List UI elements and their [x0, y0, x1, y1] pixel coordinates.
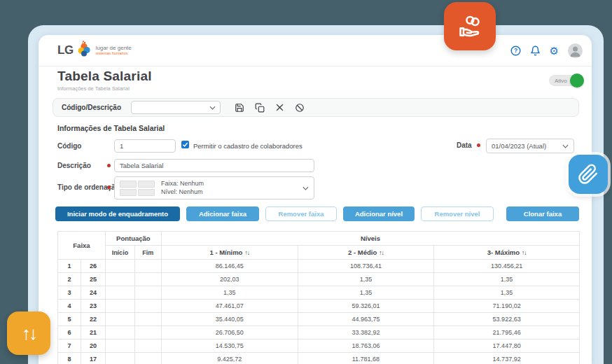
- grid-icon: [120, 181, 155, 196]
- data-select[interactable]: 01/04/2023 (Atual): [486, 139, 574, 153]
- gear-icon[interactable]: ⚙: [550, 46, 559, 56]
- faixa-value: 24: [81, 286, 105, 300]
- descricao-input[interactable]: Tabela Salarial: [114, 159, 314, 172]
- table-row[interactable]: 52235.440,0544.963,7553.922,63: [58, 313, 580, 326]
- record-toolbar: Código/Descrição: [53, 98, 579, 117]
- permitir-checkbox[interactable]: [181, 141, 189, 148]
- iniciar-enquadramento-button[interactable]: Iniciar modo de enquadramento: [55, 206, 180, 221]
- bell-icon[interactable]: [530, 46, 541, 56]
- fim-value: [134, 260, 161, 273]
- maximo-value: 14.737,92: [434, 353, 580, 364]
- app-header: LG lugar de gente sistemas humanos: [39, 35, 592, 66]
- minimo-value: 9.425,72: [161, 353, 298, 364]
- maximo-value: 1,35: [434, 286, 580, 300]
- minimo-value: 14.530,75: [161, 340, 298, 353]
- data-value: 01/04/2023 (Atual): [492, 142, 546, 150]
- col-header-nivel-minimo[interactable]: 1 - Mínimo↑↓: [161, 246, 298, 260]
- hand-coins-icon[interactable]: [444, 2, 496, 50]
- active-toggle-label: Ativo: [555, 78, 567, 84]
- salary-table: Faixa Pontuação Níveis Início Fim 1 - Mí…: [57, 231, 580, 364]
- inicio-value: [105, 260, 134, 273]
- fim-value: [134, 286, 161, 300]
- faixa-value: 22: [81, 313, 105, 326]
- logo-lg-text: LG: [57, 43, 74, 57]
- fim-value: [134, 326, 161, 340]
- col-header-nivel-maximo[interactable]: 3- Máximo↑↓: [434, 246, 580, 260]
- table-row[interactable]: 225202,031,351,35: [58, 273, 580, 286]
- close-icon[interactable]: [275, 103, 284, 112]
- fim-value: [134, 300, 161, 313]
- table-row[interactable]: 12686.146,45108.736,41130.456,21: [58, 260, 580, 273]
- minimo-value: 86.146,45: [161, 260, 298, 273]
- ordenacao-select[interactable]: Faixa: Nenhum Nível: Nenhum: [114, 176, 314, 200]
- maximo-value: 1,35: [434, 273, 580, 286]
- medio-value: 44.963,75: [298, 313, 434, 326]
- row-number: 5: [58, 313, 81, 326]
- faixa-value: 25: [81, 273, 105, 286]
- table-row[interactable]: 3241,351,351,35: [58, 286, 580, 300]
- nivel2-label: 2 - Médio: [348, 248, 377, 256]
- minimo-value: 35.440,05: [161, 313, 298, 326]
- data-required-dot: [477, 144, 480, 147]
- maximo-value: 17.447,80: [434, 340, 580, 353]
- help-icon[interactable]: ?: [510, 46, 521, 56]
- updown-glyph: ↑↓: [22, 323, 36, 344]
- logo-tagline-text: lugar de gente: [96, 46, 132, 52]
- faixa-value: 20: [81, 340, 105, 353]
- row-number: 4: [58, 300, 81, 313]
- inicio-value: [105, 353, 134, 364]
- sort-icon[interactable]: ↑↓: [244, 249, 249, 256]
- save-icon[interactable]: [235, 103, 244, 113]
- ordenacao-nivel: Nível: Nenhum: [161, 188, 302, 197]
- record-search-select[interactable]: [131, 101, 221, 114]
- lg-logo: LG lugar de gente sistemas humanos: [57, 40, 132, 61]
- maximo-value: 21.795,46: [434, 326, 580, 340]
- active-toggle-knob[interactable]: [570, 74, 584, 88]
- table-row[interactable]: 62126.706,5033.382,9221.795,46: [58, 326, 580, 340]
- paperclip-icon[interactable]: [569, 155, 608, 194]
- col-header-fim: Fim: [134, 246, 161, 260]
- col-header-nivel-medio[interactable]: 2 - Médio↑↓: [298, 246, 434, 260]
- permitir-label: Permitir o cadastro de colaboradores: [193, 142, 302, 150]
- sort-icon[interactable]: ↑↓: [379, 249, 384, 256]
- svg-text:?: ?: [513, 47, 517, 54]
- chevron-down-icon: [209, 106, 216, 110]
- medio-value: 33.382,92: [298, 326, 434, 340]
- col-header-inicio: Início: [105, 246, 134, 260]
- fim-value: [134, 313, 161, 326]
- inicio-value: [105, 340, 134, 353]
- adicionar-nivel-button[interactable]: Adicionar nível: [343, 206, 415, 221]
- avatar[interactable]: [568, 43, 583, 58]
- descricao-required-dot: [107, 164, 111, 167]
- maximo-value: 53.922,63: [434, 313, 580, 326]
- inicio-value: [105, 300, 134, 313]
- remover-faixa-button[interactable]: Remover faixa: [265, 206, 337, 221]
- clonar-faixa-button[interactable]: Clonar faixa: [506, 206, 579, 221]
- codigo-label: Código: [57, 142, 81, 150]
- adicionar-faixa-button[interactable]: Adicionar faixa: [186, 206, 259, 221]
- table-row[interactable]: 8179.425,7211.781,6814.737,92: [58, 353, 580, 364]
- row-number: 3: [58, 286, 81, 300]
- descricao-value: Tabela Salarial: [120, 162, 163, 169]
- logo-pinwheel-icon: [76, 40, 92, 61]
- copy-icon[interactable]: [255, 103, 265, 113]
- medio-value: 59.326,01: [298, 300, 434, 313]
- data-label: Data: [457, 141, 472, 149]
- chevron-down-icon: [302, 186, 309, 190]
- sort-icon[interactable]: ↑↓: [522, 249, 527, 256]
- col-header-pontuacao: Pontuação: [105, 232, 161, 246]
- chevron-down-icon: [562, 144, 569, 148]
- ordenacao-faixa: Faixa: Nenhum: [161, 180, 302, 188]
- sort-updown-icon[interactable]: ↑↓: [7, 312, 50, 355]
- table-row[interactable]: 42347.461,0759.326,0171.190,02: [58, 300, 580, 313]
- block-icon[interactable]: [295, 103, 305, 113]
- inicio-value: [105, 286, 134, 300]
- remover-nivel-button[interactable]: Remover nível: [421, 206, 494, 221]
- active-toggle[interactable]: Ativo: [549, 75, 582, 86]
- medio-value: 1,35: [298, 286, 434, 300]
- row-number: 1: [58, 260, 81, 273]
- inicio-value: [105, 326, 134, 340]
- table-row[interactable]: 72014.530,7518.763,0617.447,80: [58, 340, 580, 353]
- codigo-input[interactable]: 1: [114, 139, 176, 153]
- inicio-value: [105, 313, 134, 326]
